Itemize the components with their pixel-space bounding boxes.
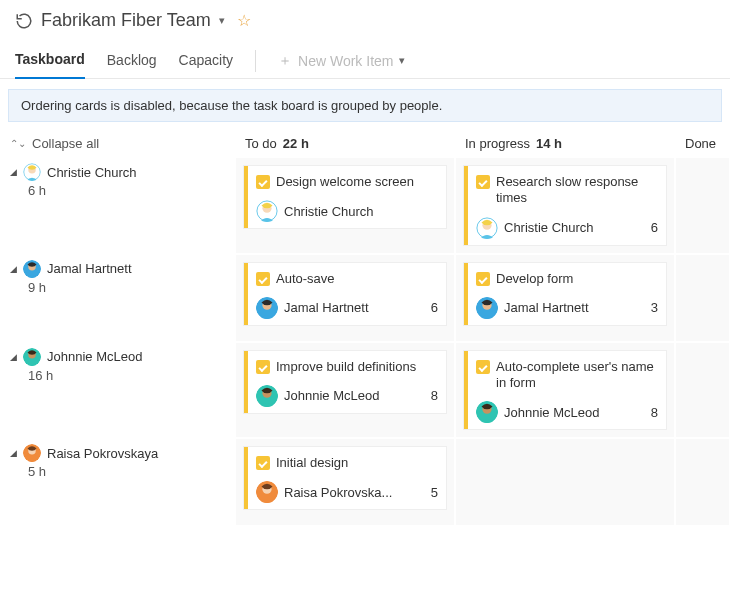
cell-inprogress[interactable]: Research slow response times Christie Ch…: [455, 157, 675, 254]
tab-bar: Taskboard Backlog Capacity ＋ New Work It…: [0, 43, 730, 79]
assignee-avatar: [256, 481, 278, 503]
page-title: Fabrikam Fiber Team: [41, 10, 211, 31]
task-title: Initial design: [276, 455, 438, 471]
task-card[interactable]: Improve build definitions Johnnie McLeod…: [244, 351, 446, 413]
person-row-header: ◢ Raisa Pokrovskaya 5 h: [0, 438, 235, 526]
person-row-header: ◢ Jamal Hartnett 9 h: [0, 254, 235, 342]
tab-taskboard[interactable]: Taskboard: [15, 43, 85, 79]
person-name: Jamal Hartnett: [47, 261, 132, 276]
cell-done[interactable]: [675, 157, 730, 254]
column-todo-label: To do: [245, 136, 277, 151]
tab-separator: [255, 50, 256, 72]
task-icon: [256, 456, 270, 470]
column-inprogress-hours: 14 h: [536, 136, 562, 151]
team-chevron-down-icon[interactable]: ▾: [219, 14, 225, 27]
task-card[interactable]: Auto-save Jamal Hartnett 6: [244, 263, 446, 325]
assignee-avatar: [476, 401, 498, 423]
task-hours: 6: [651, 220, 658, 235]
cell-done[interactable]: [675, 342, 730, 439]
column-header-done: Done: [675, 130, 730, 157]
new-work-item-label: New Work Item: [298, 53, 393, 69]
info-bar: Ordering cards is disabled, because the …: [8, 89, 722, 122]
new-work-item-button[interactable]: ＋ New Work Item ▾: [278, 52, 405, 70]
column-header-todo: To do 22 h: [235, 130, 455, 157]
assignee-avatar: [256, 385, 278, 407]
task-card[interactable]: Auto-complete user's name in form Johnni…: [464, 351, 666, 430]
task-title: Improve build definitions: [276, 359, 438, 375]
person-hours: 9 h: [28, 280, 225, 295]
task-icon: [476, 175, 490, 189]
assignee-name: Johnnie McLeod: [284, 388, 379, 403]
collapse-triangle-icon: ◢: [10, 448, 17, 458]
cell-done[interactable]: [675, 254, 730, 342]
task-card[interactable]: Initial design Raisa Pokrovska... 5: [244, 447, 446, 509]
person-toggle[interactable]: ◢ Jamal Hartnett: [10, 260, 225, 278]
person-avatar: [23, 444, 41, 462]
person-avatar: [23, 260, 41, 278]
person-toggle[interactable]: ◢ Christie Church: [10, 163, 225, 181]
task-hours: 3: [651, 300, 658, 315]
tab-capacity[interactable]: Capacity: [179, 44, 233, 78]
task-hours: 6: [431, 300, 438, 315]
person-toggle[interactable]: ◢ Johnnie McLeod: [10, 348, 225, 366]
column-header-inprogress: In progress 14 h: [455, 130, 675, 157]
person-row-header: ◢ Christie Church 6 h: [0, 157, 235, 254]
task-card[interactable]: Design welcome screen Christie Church: [244, 166, 446, 228]
task-card[interactable]: Research slow response times Christie Ch…: [464, 166, 666, 245]
cell-inprogress[interactable]: Develop form Jamal Hartnett 3: [455, 254, 675, 342]
cell-inprogress[interactable]: [455, 438, 675, 526]
assignee-avatar: [256, 200, 278, 222]
task-icon: [476, 360, 490, 374]
collapse-all-label: Collapse all: [32, 136, 99, 151]
assignee-name: Christie Church: [504, 220, 594, 235]
task-icon: [256, 272, 270, 286]
task-card[interactable]: Develop form Jamal Hartnett 3: [464, 263, 666, 325]
task-hours: 8: [431, 388, 438, 403]
person-toggle[interactable]: ◢ Raisa Pokrovskaya: [10, 444, 225, 462]
person-avatar: [23, 163, 41, 181]
cell-inprogress[interactable]: Auto-complete user's name in form Johnni…: [455, 342, 675, 439]
collapse-all-button[interactable]: ⌃⌄ Collapse all: [0, 130, 235, 157]
task-hours: 8: [651, 405, 658, 420]
tab-backlog[interactable]: Backlog: [107, 44, 157, 78]
cell-done[interactable]: [675, 438, 730, 526]
assignee-name: Raisa Pokrovska...: [284, 485, 392, 500]
assignee-name: Jamal Hartnett: [284, 300, 369, 315]
task-title: Auto-complete user's name in form: [496, 359, 658, 392]
person-hours: 16 h: [28, 368, 225, 383]
task-title: Auto-save: [276, 271, 438, 287]
task-icon: [256, 360, 270, 374]
new-work-item-chevron-icon: ▾: [399, 54, 405, 67]
assignee-name: Jamal Hartnett: [504, 300, 589, 315]
task-title: Develop form: [496, 271, 658, 287]
person-avatar: [23, 348, 41, 366]
task-title: Design welcome screen: [276, 174, 438, 190]
cell-todo[interactable]: Design welcome screen Christie Church: [235, 157, 455, 254]
cell-todo[interactable]: Auto-save Jamal Hartnett 6: [235, 254, 455, 342]
cell-todo[interactable]: Improve build definitions Johnnie McLeod…: [235, 342, 455, 439]
task-hours: 5: [431, 485, 438, 500]
column-todo-hours: 22 h: [283, 136, 309, 151]
column-inprogress-label: In progress: [465, 136, 530, 151]
collapse-all-icon: ⌃⌄: [10, 138, 26, 149]
collapse-triangle-icon: ◢: [10, 264, 17, 274]
person-name: Christie Church: [47, 165, 137, 180]
person-row-header: ◢ Johnnie McLeod 16 h: [0, 342, 235, 439]
assignee-name: Christie Church: [284, 204, 374, 219]
collapse-triangle-icon: ◢: [10, 352, 17, 362]
collapse-triangle-icon: ◢: [10, 167, 17, 177]
assignee-avatar: [476, 297, 498, 319]
cell-todo[interactable]: Initial design Raisa Pokrovska... 5: [235, 438, 455, 526]
assignee-avatar: [476, 217, 498, 239]
refresh-icon[interactable]: [15, 12, 33, 30]
column-done-label: Done: [685, 136, 716, 151]
person-hours: 6 h: [28, 183, 225, 198]
assignee-avatar: [256, 297, 278, 319]
task-icon: [256, 175, 270, 189]
assignee-name: Johnnie McLeod: [504, 405, 599, 420]
taskboard-grid: ⌃⌄ Collapse all To do 22 h In progress 1…: [0, 130, 730, 526]
favorite-star-icon[interactable]: ☆: [237, 11, 251, 30]
person-name: Johnnie McLeod: [47, 349, 142, 364]
person-hours: 5 h: [28, 464, 225, 479]
task-icon: [476, 272, 490, 286]
